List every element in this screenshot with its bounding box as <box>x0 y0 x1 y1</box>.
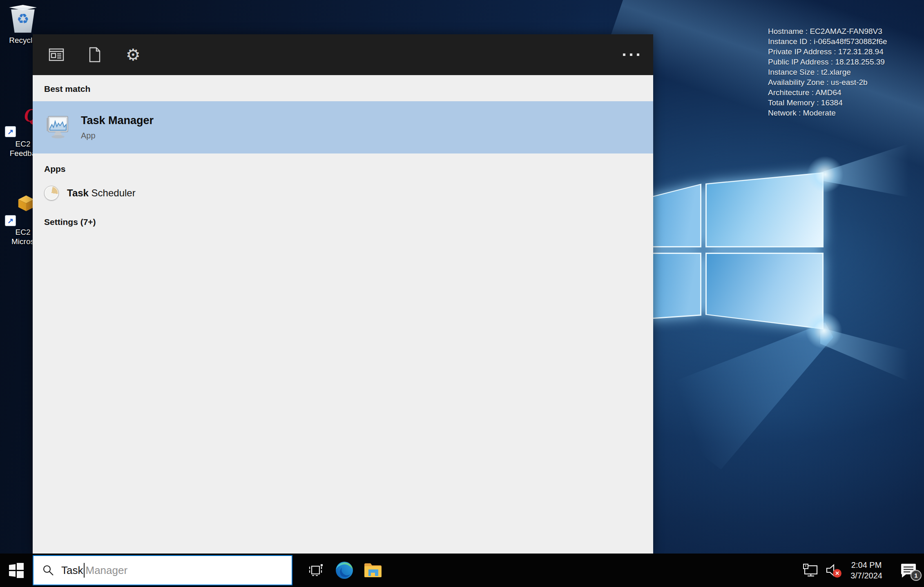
taskbar-clock[interactable]: 2:04 PM 3/7/2024 <box>850 560 882 581</box>
network-icon <box>802 563 819 578</box>
filter-documents-button[interactable] <box>83 43 106 66</box>
result-subtitle: App <box>81 131 154 140</box>
mute-badge-icon: ✕ <box>833 569 841 578</box>
light-beam-bottom-left <box>629 322 833 469</box>
info-public-ip: Public IP Address : 18.218.255.39 <box>768 57 887 67</box>
edge-icon <box>335 561 354 580</box>
clock-time: 2:04 PM <box>850 560 882 570</box>
ellipsis-icon <box>623 53 625 56</box>
search-icon <box>42 565 54 576</box>
section-best-match: Best match <box>33 75 653 94</box>
windows-hero-logo <box>641 167 824 329</box>
volume-button[interactable]: ✕ <box>825 564 839 577</box>
search-suggestion-text: Manager <box>85 564 127 577</box>
task-view-button[interactable] <box>301 554 330 587</box>
taskbar: Task Manager <box>0 554 924 587</box>
edge-browser-button[interactable] <box>330 554 359 587</box>
notification-count-badge: 1 <box>911 570 922 581</box>
gear-icon: ⚙ <box>126 47 141 63</box>
info-instance-id: Instance ID : i-065a48f5730882f6e <box>768 36 887 47</box>
task-scheduler-icon <box>44 186 59 200</box>
file-explorer-button[interactable] <box>359 554 387 587</box>
logo-corner-glow <box>806 312 842 349</box>
network-status-button[interactable] <box>802 563 819 578</box>
info-network: Network : Moderate <box>768 108 887 118</box>
windows-start-icon <box>9 563 24 578</box>
info-hostname: Hostname : EC2AMAZ-FAN98V3 <box>768 26 887 36</box>
result-title: Task Scheduler <box>67 187 136 199</box>
taskbar-search-input[interactable]: Task Manager <box>33 555 292 585</box>
result-task-scheduler[interactable]: Task Scheduler <box>33 179 653 207</box>
filter-apps-button[interactable] <box>45 43 68 66</box>
search-filter-bar: ⚙ <box>33 34 653 75</box>
task-view-icon <box>308 563 324 578</box>
documents-filter-icon <box>89 47 101 62</box>
section-settings: Settings (7+) <box>33 217 653 227</box>
result-task-manager[interactable]: Task Manager App <box>33 101 653 153</box>
start-search-flyout: ⚙ Best match Task Manager App Apps <box>33 34 653 554</box>
info-architecture: Architecture : AMD64 <box>768 87 887 98</box>
clock-date: 3/7/2024 <box>850 570 882 581</box>
shortcut-arrow-icon: ↗ <box>5 126 16 137</box>
system-tray: ✕ 2:04 PM 3/7/2024 1 <box>802 560 924 581</box>
more-options-button[interactable] <box>623 53 639 56</box>
action-center-button[interactable]: 1 <box>899 563 917 578</box>
apps-filter-icon <box>49 48 64 62</box>
search-results: Best match Task Manager App Apps Task Sc… <box>33 75 653 554</box>
search-typed-text: Task <box>61 564 83 577</box>
info-total-memory: Total Memory : 16384 <box>768 98 887 108</box>
task-manager-icon <box>44 116 70 139</box>
file-explorer-icon <box>364 562 382 578</box>
shortcut-arrow-icon: ↗ <box>5 215 16 226</box>
result-title: Task Manager <box>81 114 154 127</box>
start-button[interactable] <box>0 554 33 587</box>
recycle-bin-icon: ♻ <box>8 3 38 34</box>
filter-settings-button[interactable]: ⚙ <box>122 43 145 66</box>
section-apps: Apps <box>33 164 653 174</box>
info-availability-zone: Availability Zone : us-east-2b <box>768 77 887 87</box>
logo-corner-glow <box>807 156 844 193</box>
ec2-instance-info: Hostname : EC2AMAZ-FAN98V3 Instance ID :… <box>768 26 887 118</box>
info-private-ip: Private IP Address : 172.31.28.94 <box>768 47 887 57</box>
text-cursor <box>84 563 85 578</box>
info-instance-size: Instance Size : t2.xlarge <box>768 67 887 77</box>
